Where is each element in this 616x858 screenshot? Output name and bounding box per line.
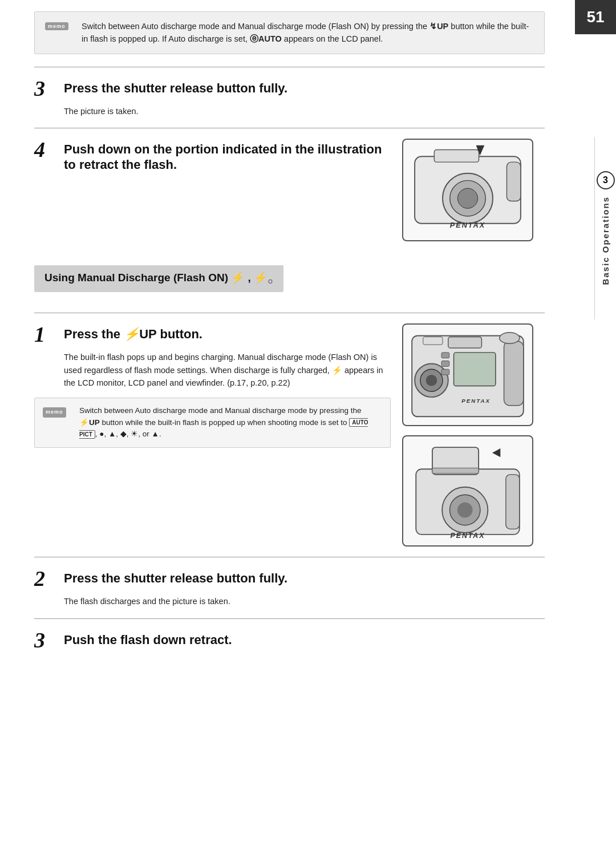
svg-rect-28 <box>432 468 479 474</box>
svg-rect-10 <box>454 353 496 386</box>
step2-manual-row: 2 Press the shutter release button fully… <box>34 568 545 589</box>
svg-marker-27 <box>492 448 500 457</box>
svg-point-13 <box>426 375 437 386</box>
sidebar: 3 Basic Operations <box>594 137 616 319</box>
section-heading-text: Using Manual Discharge (Flash ON) ⚡ , ⚡○ <box>44 272 273 284</box>
svg-rect-18 <box>423 337 443 345</box>
step2-manual-body: The flash discharges and the picture is … <box>34 595 545 608</box>
step4-auto-title: Push down on the portion indicated in th… <box>64 139 391 172</box>
step3-manual-number: 3 <box>34 629 64 651</box>
step3-manual-title: Push the flash down retract. <box>64 629 232 647</box>
step1-manual-title: Press the ⚡UP button. <box>64 323 202 342</box>
main-content: memo Switch between Auto discharge mode … <box>0 0 590 679</box>
memo-text-top: Switch between Auto discharge mode and M… <box>82 20 534 46</box>
step3-auto-number: 3 <box>34 78 64 99</box>
section-heading-container: Using Manual Discharge (Flash ON) ⚡ , ⚡○ <box>34 255 545 302</box>
rule-1 <box>34 67 545 67</box>
rule-5 <box>34 618 545 619</box>
step3-auto-body: The picture is taken. <box>34 105 545 118</box>
step1-manual-text-col: 1 Press the ⚡UP button. The built-in fla… <box>34 323 391 456</box>
step4-auto-heading: 4 Push down on the portion indicated in … <box>34 139 391 172</box>
step4-auto-image-col: PENTAX <box>402 139 545 241</box>
svg-point-20 <box>500 333 520 344</box>
svg-rect-16 <box>441 369 449 375</box>
step3-manual-row: 3 Push the flash down retract. <box>34 629 545 651</box>
memo-box-top: memo Switch between Auto discharge mode … <box>34 11 545 54</box>
step4-auto-row: 4 Push down on the portion indicated in … <box>34 139 545 241</box>
memo-label-top: memo <box>45 22 68 30</box>
svg-point-25 <box>457 503 473 518</box>
svg-point-3 <box>457 188 477 208</box>
step1-manual-number: 1 <box>34 323 64 345</box>
step1-manual-heading: 1 Press the ⚡UP button. <box>34 323 391 345</box>
memo-icon-step1: memo <box>43 405 71 426</box>
step4-auto-text-col: 4 Push down on the portion indicated in … <box>34 139 391 178</box>
camera-illustration-front: PENTAX <box>402 323 533 426</box>
step2-manual-number: 2 <box>34 568 64 589</box>
memo-box-step1: memo Switch between Auto discharge mode … <box>34 398 391 448</box>
rule-4 <box>34 557 545 557</box>
chapter-number: 3 <box>597 171 615 189</box>
memo-text-step1: Switch between Auto discharge mode and M… <box>79 405 382 441</box>
section-heading-box: Using Manual Discharge (Flash ON) ⚡ , ⚡○ <box>34 265 283 292</box>
step4-auto-number: 4 <box>34 139 64 160</box>
step3-auto-title: Press the shutter release button fully. <box>64 78 287 96</box>
svg-text:PENTAX: PENTAX <box>450 221 485 230</box>
step1-manual-row: 1 Press the ⚡UP button. The built-in fla… <box>34 323 545 547</box>
step1-manual-image-col: PENTAX <box>402 323 545 547</box>
camera-illustration-top: PENTAX <box>402 139 533 241</box>
svg-rect-17 <box>448 337 482 349</box>
rule-3 <box>34 313 545 313</box>
memo-label-step1: memo <box>43 407 66 418</box>
step1-manual-body: The built-in flash pops up and begins ch… <box>34 351 391 389</box>
svg-rect-14 <box>441 353 449 358</box>
auto-pict-badge: AUTO PICT <box>79 418 368 439</box>
memo-icon-top: memo <box>45 20 74 41</box>
page-number: 51 <box>575 0 616 34</box>
step3-auto-row: 3 Press the shutter release button fully… <box>34 78 545 99</box>
svg-rect-4 <box>434 150 479 163</box>
svg-rect-15 <box>441 361 449 367</box>
rule-2 <box>34 128 545 128</box>
svg-rect-22 <box>506 475 520 529</box>
page-container: 51 3 Basic Operations memo Switch betwee… <box>0 0 616 858</box>
camera-illustration-flash-up: PENTAX <box>402 435 533 547</box>
step2-manual-title: Press the shutter release button fully. <box>64 568 287 586</box>
svg-rect-6 <box>506 163 520 201</box>
chapter-title: Basic Operations <box>601 196 610 285</box>
svg-text:PENTAX: PENTAX <box>451 532 485 540</box>
svg-rect-9 <box>504 342 524 406</box>
svg-text:PENTAX: PENTAX <box>461 398 491 404</box>
